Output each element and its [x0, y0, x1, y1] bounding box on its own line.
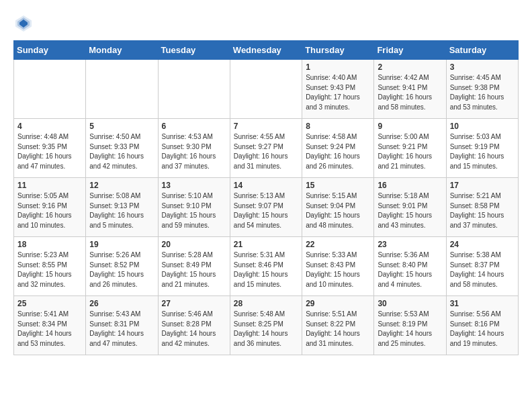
calendar-table: SundayMondayTuesdayWednesdayThursdayFrid… — [13, 40, 519, 355]
day-number: 2 — [378, 62, 442, 72]
day-info: Sunrise: 5:08 AM Sunset: 9:13 PM Dayligh… — [89, 191, 154, 230]
day-info: Sunrise: 5:51 AM Sunset: 8:22 PM Dayligh… — [306, 310, 370, 349]
calendar-cell: 17Sunrise: 5:21 AM Sunset: 8:58 PM Dayli… — [446, 178, 518, 237]
day-info: Sunrise: 5:21 AM Sunset: 8:58 PM Dayligh… — [450, 191, 515, 230]
day-info: Sunrise: 5:13 AM Sunset: 9:07 PM Dayligh… — [234, 191, 298, 230]
day-number: 25 — [17, 299, 82, 308]
logo — [13, 13, 36, 34]
calendar-week-row: 18Sunrise: 5:23 AM Sunset: 8:55 PM Dayli… — [14, 237, 519, 296]
calendar-cell: 13Sunrise: 5:10 AM Sunset: 9:10 PM Dayli… — [158, 178, 230, 237]
day-number: 17 — [450, 181, 515, 190]
day-info: Sunrise: 4:53 AM Sunset: 9:30 PM Dayligh… — [162, 132, 226, 171]
calendar-cell: 10Sunrise: 5:03 AM Sunset: 9:19 PM Dayli… — [446, 119, 518, 178]
day-number: 16 — [378, 181, 442, 190]
day-number: 9 — [378, 122, 442, 131]
day-info: Sunrise: 5:48 AM Sunset: 8:25 PM Dayligh… — [234, 310, 298, 349]
day-number: 30 — [378, 299, 442, 308]
calendar-cell: 22Sunrise: 5:33 AM Sunset: 8:43 PM Dayli… — [302, 237, 374, 296]
day-number: 8 — [306, 122, 370, 131]
day-number: 1 — [306, 62, 370, 72]
day-info: Sunrise: 5:15 AM Sunset: 9:04 PM Dayligh… — [306, 191, 370, 230]
day-number: 19 — [89, 240, 154, 249]
day-number: 13 — [162, 181, 226, 190]
calendar-cell — [14, 60, 86, 119]
weekday-header: Friday — [374, 41, 446, 60]
day-number: 18 — [17, 240, 82, 249]
calendar-cell — [86, 60, 158, 119]
day-number: 20 — [162, 240, 226, 249]
day-number: 3 — [450, 62, 515, 72]
day-info: Sunrise: 4:55 AM Sunset: 9:27 PM Dayligh… — [234, 132, 298, 171]
calendar-cell: 25Sunrise: 5:41 AM Sunset: 8:34 PM Dayli… — [14, 296, 86, 355]
day-info: Sunrise: 5:23 AM Sunset: 8:55 PM Dayligh… — [17, 250, 82, 289]
calendar-week-row: 4Sunrise: 4:48 AM Sunset: 9:35 PM Daylig… — [14, 119, 519, 178]
calendar-cell: 8Sunrise: 4:58 AM Sunset: 9:24 PM Daylig… — [302, 119, 374, 178]
day-number: 29 — [306, 299, 370, 308]
day-info: Sunrise: 5:33 AM Sunset: 8:43 PM Dayligh… — [306, 250, 370, 289]
day-info: Sunrise: 4:48 AM Sunset: 9:35 PM Dayligh… — [17, 132, 82, 171]
calendar-cell: 6Sunrise: 4:53 AM Sunset: 9:30 PM Daylig… — [158, 119, 230, 178]
day-number: 22 — [306, 240, 370, 249]
day-info: Sunrise: 4:42 AM Sunset: 9:41 PM Dayligh… — [378, 73, 442, 112]
weekday-header-row: SundayMondayTuesdayWednesdayThursdayFrid… — [14, 41, 519, 60]
day-info: Sunrise: 4:45 AM Sunset: 9:38 PM Dayligh… — [450, 73, 515, 112]
calendar-cell: 21Sunrise: 5:31 AM Sunset: 8:46 PM Dayli… — [230, 237, 302, 296]
calendar-cell: 23Sunrise: 5:36 AM Sunset: 8:40 PM Dayli… — [374, 237, 446, 296]
day-info: Sunrise: 5:05 AM Sunset: 9:16 PM Dayligh… — [17, 191, 82, 230]
calendar-cell: 5Sunrise: 4:50 AM Sunset: 9:33 PM Daylig… — [86, 119, 158, 178]
day-number: 31 — [450, 299, 515, 308]
day-info: Sunrise: 5:26 AM Sunset: 8:52 PM Dayligh… — [89, 250, 154, 289]
day-number: 11 — [17, 181, 82, 190]
day-number: 5 — [89, 122, 154, 131]
day-number: 4 — [17, 122, 82, 131]
day-number: 28 — [234, 299, 298, 308]
day-info: Sunrise: 5:38 AM Sunset: 8:37 PM Dayligh… — [450, 250, 515, 289]
weekday-header: Wednesday — [230, 41, 302, 60]
day-info: Sunrise: 5:31 AM Sunset: 8:46 PM Dayligh… — [234, 250, 298, 289]
weekday-header: Sunday — [14, 41, 86, 60]
weekday-header: Monday — [86, 41, 158, 60]
calendar-cell: 26Sunrise: 5:43 AM Sunset: 8:31 PM Dayli… — [86, 296, 158, 355]
calendar-cell: 1Sunrise: 4:40 AM Sunset: 9:43 PM Daylig… — [302, 60, 374, 119]
calendar-cell — [230, 60, 302, 119]
calendar-cell — [158, 60, 230, 119]
calendar-cell: 19Sunrise: 5:26 AM Sunset: 8:52 PM Dayli… — [86, 237, 158, 296]
day-number: 10 — [450, 122, 515, 131]
weekday-header: Thursday — [302, 41, 374, 60]
page-header — [13, 13, 519, 34]
calendar-cell: 14Sunrise: 5:13 AM Sunset: 9:07 PM Dayli… — [230, 178, 302, 237]
day-number: 23 — [378, 240, 442, 249]
day-info: Sunrise: 5:41 AM Sunset: 8:34 PM Dayligh… — [17, 310, 82, 349]
day-info: Sunrise: 5:28 AM Sunset: 8:49 PM Dayligh… — [162, 250, 226, 289]
calendar-cell: 15Sunrise: 5:15 AM Sunset: 9:04 PM Dayli… — [302, 178, 374, 237]
day-number: 27 — [162, 299, 226, 308]
day-number: 24 — [450, 240, 515, 249]
calendar-cell: 20Sunrise: 5:28 AM Sunset: 8:49 PM Dayli… — [158, 237, 230, 296]
calendar-cell: 27Sunrise: 5:46 AM Sunset: 8:28 PM Dayli… — [158, 296, 230, 355]
calendar-cell: 12Sunrise: 5:08 AM Sunset: 9:13 PM Dayli… — [86, 178, 158, 237]
day-info: Sunrise: 4:50 AM Sunset: 9:33 PM Dayligh… — [89, 132, 154, 171]
day-info: Sunrise: 5:43 AM Sunset: 8:31 PM Dayligh… — [89, 310, 154, 349]
weekday-header: Saturday — [446, 41, 518, 60]
day-number: 14 — [234, 181, 298, 190]
calendar-week-row: 25Sunrise: 5:41 AM Sunset: 8:34 PM Dayli… — [14, 296, 519, 355]
calendar-cell: 3Sunrise: 4:45 AM Sunset: 9:38 PM Daylig… — [446, 60, 518, 119]
day-info: Sunrise: 4:58 AM Sunset: 9:24 PM Dayligh… — [306, 132, 370, 171]
calendar-week-row: 1Sunrise: 4:40 AM Sunset: 9:43 PM Daylig… — [14, 60, 519, 119]
day-number: 12 — [89, 181, 154, 190]
day-number: 21 — [234, 240, 298, 249]
calendar-cell: 7Sunrise: 4:55 AM Sunset: 9:27 PM Daylig… — [230, 119, 302, 178]
day-info: Sunrise: 5:03 AM Sunset: 9:19 PM Dayligh… — [450, 132, 515, 171]
calendar-cell: 28Sunrise: 5:48 AM Sunset: 8:25 PM Dayli… — [230, 296, 302, 355]
day-info: Sunrise: 5:53 AM Sunset: 8:19 PM Dayligh… — [378, 310, 442, 349]
day-info: Sunrise: 5:46 AM Sunset: 8:28 PM Dayligh… — [162, 310, 226, 349]
calendar-cell: 31Sunrise: 5:56 AM Sunset: 8:16 PM Dayli… — [446, 296, 518, 355]
day-info: Sunrise: 5:56 AM Sunset: 8:16 PM Dayligh… — [450, 310, 515, 349]
calendar-cell: 18Sunrise: 5:23 AM Sunset: 8:55 PM Dayli… — [14, 237, 86, 296]
calendar-cell: 2Sunrise: 4:42 AM Sunset: 9:41 PM Daylig… — [374, 60, 446, 119]
calendar-cell: 11Sunrise: 5:05 AM Sunset: 9:16 PM Dayli… — [14, 178, 86, 237]
weekday-header: Tuesday — [158, 41, 230, 60]
calendar-cell: 4Sunrise: 4:48 AM Sunset: 9:35 PM Daylig… — [14, 119, 86, 178]
day-info: Sunrise: 5:36 AM Sunset: 8:40 PM Dayligh… — [378, 250, 442, 289]
calendar-cell: 16Sunrise: 5:18 AM Sunset: 9:01 PM Dayli… — [374, 178, 446, 237]
